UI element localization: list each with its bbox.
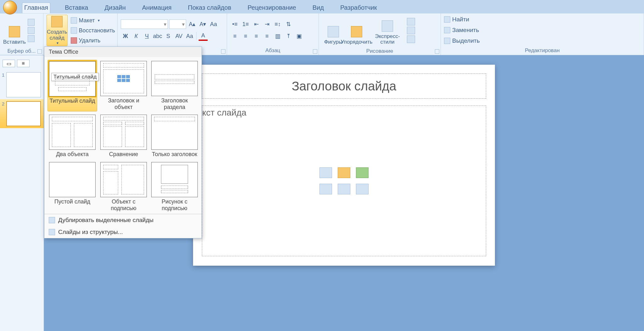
bullets-icon[interactable]: •≡ — [230, 19, 240, 29]
layout-label: Только заголовок — [152, 151, 197, 158]
clipboard-group-label: Буфер об... — [0, 47, 43, 56]
quick-styles-icon — [382, 20, 393, 32]
tab-insert[interactable]: Вставка — [63, 3, 90, 13]
shadow-icon[interactable]: S — [164, 31, 173, 41]
tab-view[interactable]: Вид — [311, 3, 326, 13]
layout-label: Объект с подписью — [100, 198, 147, 211]
underline-icon[interactable]: Ч — [142, 31, 152, 41]
layout-title-slide[interactable]: Титульный слайд Титульный слайд — [47, 60, 97, 111]
duplicate-slides-menu[interactable]: Дублировать выделенные слайды — [44, 214, 202, 226]
select-button[interactable]: Выделить — [444, 36, 480, 46]
format-painter-icon[interactable] — [28, 35, 35, 42]
select-icon — [444, 38, 450, 44]
layout-two-content[interactable]: Два объекта — [49, 115, 96, 158]
tab-home[interactable]: Главная — [22, 3, 50, 13]
thumbnail-1[interactable]: 1 — [0, 70, 44, 99]
title-placeholder[interactable]: Заголовок слайда — [202, 73, 486, 99]
layout-title-only[interactable]: Только заголовок — [151, 115, 198, 158]
cut-icon[interactable] — [28, 19, 35, 26]
duplicate-label: Дублировать выделенные слайды — [58, 217, 153, 224]
shape-effects-icon[interactable] — [407, 35, 415, 43]
content-placeholder[interactable]: кст слайда — [202, 106, 486, 256]
layout-content-caption[interactable]: Объект с подписью — [100, 162, 147, 211]
font-size-combo[interactable]: ▾ — [169, 19, 186, 29]
layout-label: Титульный слайд — [49, 98, 95, 104]
thumbnail-2[interactable]: 2 — [0, 99, 44, 128]
copy-icon[interactable] — [28, 27, 35, 34]
grow-font-icon[interactable]: A▴ — [187, 19, 197, 29]
align-center-icon[interactable]: ≡ — [241, 31, 250, 41]
columns-icon[interactable]: ▥ — [273, 31, 282, 41]
change-case-icon[interactable]: Aa — [185, 31, 194, 41]
tab-design[interactable]: Дизайн — [103, 3, 127, 13]
tab-animation[interactable]: Анимация — [140, 3, 174, 13]
font-launcher[interactable] — [221, 49, 225, 54]
new-slide-label: Создать слайд — [47, 29, 67, 41]
layout-comparison[interactable]: Сравнение — [100, 115, 147, 158]
insert-picture-icon[interactable] — [319, 184, 332, 194]
layout-label: Заголовок и объект — [100, 97, 147, 110]
layout-icon — [71, 17, 77, 24]
insert-table-icon[interactable] — [319, 167, 332, 178]
align-right-icon[interactable]: ≡ — [252, 31, 261, 41]
layout-blank[interactable]: Пустой слайд — [49, 162, 96, 211]
clear-format-icon[interactable]: Aa — [209, 19, 218, 29]
align-text-icon[interactable]: ⤒ — [284, 31, 293, 41]
italic-icon[interactable]: К — [131, 31, 141, 41]
indent-icon[interactable]: ⇥ — [262, 19, 272, 29]
layout-picture-caption[interactable]: Рисунок с подписью — [151, 162, 198, 211]
quick-styles-button[interactable]: Экспресс-стили — [369, 15, 406, 46]
insert-smartart-icon[interactable] — [356, 167, 369, 178]
layout-button[interactable]: Макет — [69, 16, 116, 25]
slide[interactable]: Заголовок слайда кст слайда — [193, 65, 495, 266]
paragraph-launcher[interactable] — [313, 49, 317, 54]
paste-button[interactable]: Вставить — [3, 15, 26, 46]
paste-label: Вставить — [3, 39, 26, 45]
new-slide-icon — [51, 16, 63, 27]
clipboard-launcher[interactable] — [37, 49, 42, 54]
justify-icon[interactable]: ≡ — [262, 31, 272, 41]
slides-from-outline-menu[interactable]: Слайды из структуры... — [44, 226, 202, 238]
office-button[interactable] — [3, 1, 17, 14]
smartart-icon[interactable]: ▣ — [294, 31, 304, 41]
align-left-icon[interactable]: ≡ — [230, 31, 240, 41]
insert-chart-icon[interactable] — [338, 167, 350, 178]
layout-title-content[interactable]: Заголовок и объект — [100, 61, 147, 110]
shape-fill-icon[interactable] — [407, 18, 415, 25]
thumb-num-1: 1 — [2, 72, 5, 78]
reset-label: Восстановить — [79, 27, 115, 34]
font-name-combo[interactable]: ▾ — [121, 19, 168, 29]
tab-developer[interactable]: Разработчик — [338, 3, 379, 13]
new-slide-button[interactable]: Создать слайд — [47, 15, 68, 46]
arrange-button[interactable]: Упорядочить — [345, 15, 368, 46]
drawing-launcher[interactable] — [435, 49, 439, 54]
line-spacing-icon[interactable]: ≡↕ — [273, 19, 282, 29]
duplicate-icon — [49, 217, 55, 223]
slides-view-tab[interactable]: ▭ — [3, 60, 15, 67]
find-button[interactable]: Найти — [444, 15, 480, 24]
shrink-font-icon[interactable]: A▾ — [198, 19, 208, 29]
title-placeholder-text: Заголовок слайда — [292, 79, 397, 93]
find-label: Найти — [452, 16, 469, 23]
shape-outline-icon[interactable] — [407, 27, 415, 34]
insert-media-icon[interactable] — [356, 184, 369, 194]
outdent-icon[interactable]: ⇤ — [252, 19, 261, 29]
insert-clipart-icon[interactable] — [338, 184, 350, 194]
content-insert-icons — [318, 166, 370, 196]
select-label: Выделить — [452, 37, 480, 44]
font-color-icon[interactable]: A — [198, 31, 208, 41]
tab-slideshow[interactable]: Показ слайдов — [186, 3, 233, 13]
replace-label: Заменить — [452, 27, 479, 34]
delete-button[interactable]: Удалить — [69, 36, 116, 45]
reset-button[interactable]: Восстановить — [69, 26, 116, 35]
layout-section-header[interactable]: Заголовок раздела — [151, 61, 198, 110]
strike-icon[interactable]: abc — [153, 31, 162, 41]
replace-button[interactable]: Заменить — [444, 25, 480, 35]
text-direction-icon[interactable]: ⇅ — [284, 19, 293, 29]
char-spacing-icon[interactable]: AV — [174, 31, 184, 41]
numbering-icon[interactable]: 1≡ — [241, 19, 250, 29]
tab-review[interactable]: Рецензирование — [246, 3, 298, 13]
layout-label: Макет — [79, 17, 95, 24]
outline-view-tab[interactable]: ≡ — [17, 60, 30, 67]
bold-icon[interactable]: Ж — [121, 31, 130, 41]
